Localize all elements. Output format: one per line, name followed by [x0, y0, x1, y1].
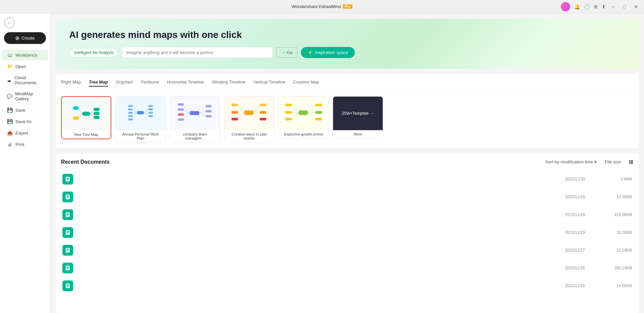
- card-creative-events[interactable]: Creative ways to plan events: [224, 96, 274, 143]
- sidebar-item-gallery[interactable]: 💬 MindMap Gallery: [2, 89, 48, 104]
- svg-line-51: [254, 113, 260, 119]
- template-section: Right Map Tree Map Orgchart Fishbone Hor…: [56, 74, 639, 148]
- card-annual-work-plan[interactable]: Annual Personal Work Plan: [115, 96, 166, 143]
- recent-row[interactable]: 2023/11/29 10.28KB: [61, 224, 633, 242]
- svg-rect-6: [73, 106, 79, 110]
- minimize-button[interactable]: ─: [610, 3, 617, 10]
- svg-rect-26: [148, 105, 153, 107]
- sort-control[interactable]: Sort by modification time ▾: [545, 159, 597, 164]
- svg-rect-23: [128, 112, 133, 114]
- svg-rect-9: [94, 112, 100, 115]
- grid-view-icon: ⊞: [629, 159, 633, 165]
- tab-winding-timeline[interactable]: Winding Timeline: [212, 80, 245, 87]
- doc-size-3: 319.56KB: [598, 212, 632, 217]
- avatar[interactable]: [561, 2, 570, 11]
- go-button[interactable]: → Go: [276, 47, 298, 58]
- sidebar-item-export[interactable]: 📤 Export: [2, 127, 48, 138]
- sidebar-item-save[interactable]: 💾 Save: [2, 105, 48, 115]
- card-more[interactable]: 25W+Template → More: [333, 96, 383, 139]
- sidebar-item-open[interactable]: 📁 Open: [2, 61, 48, 72]
- card-label-new-tree-map: New Tree Map: [62, 131, 111, 139]
- close-button[interactable]: ✕: [632, 3, 640, 10]
- app-title: Wondershare EdrawMind Pro: [291, 4, 352, 9]
- card-company-team[interactable]: company team managem...: [170, 96, 220, 143]
- doc-date-6: 2023/11/26: [531, 266, 585, 270]
- pro-badge: Pro: [343, 4, 353, 9]
- sidebar: ← ⊕ Create 🗂 Workbench 📁 Open ☁ Cloud Do…: [0, 13, 50, 313]
- recent-row[interactable]: 2023/11/30 2.68M: [61, 170, 633, 188]
- svg-rect-90: [66, 251, 68, 251]
- svg-rect-24: [128, 115, 133, 117]
- card-label-explosive: Explosive growth.emmx: [279, 130, 328, 138]
- svg-rect-22: [128, 108, 133, 110]
- tab-tree-map[interactable]: Tree Map: [89, 80, 108, 87]
- clock-icon[interactable]: 🕐: [584, 4, 590, 9]
- save-as-icon: 💾: [7, 119, 13, 124]
- card-label-more: More: [333, 130, 383, 138]
- svg-line-18: [144, 110, 149, 113]
- doc-icon-4: [62, 227, 73, 238]
- svg-rect-53: [231, 111, 238, 114]
- tab-orgchart[interactable]: Orgchart: [116, 80, 133, 87]
- doc-date-1: 2023/11/30: [531, 177, 585, 181]
- maximize-button[interactable]: □: [621, 3, 628, 10]
- doc-size-7: 14.55KB: [598, 283, 632, 288]
- sidebar-item-save-as[interactable]: 💾 Save As: [2, 116, 48, 127]
- recent-row[interactable]: 2023/11/26 390.10KB: [61, 259, 633, 277]
- recent-row[interactable]: 2023/11/29 319.56KB: [61, 206, 633, 224]
- grid-icon[interactable]: ⊞: [594, 4, 598, 9]
- recent-row[interactable]: 2023/11/25 14.55KB: [61, 277, 633, 295]
- intelligent-analysis-tag[interactable]: Intelligent file Analysis: [69, 48, 118, 57]
- svg-rect-27: [148, 108, 153, 110]
- tab-right-map[interactable]: Right Map: [61, 80, 81, 87]
- recent-row[interactable]: 2023/11/29 12.38KB: [61, 188, 633, 206]
- svg-rect-56: [260, 111, 266, 114]
- view-toggle[interactable]: ⊞: [629, 159, 633, 165]
- template-tabs: Right Map Tree Map Orgchart Fishbone Hor…: [61, 80, 633, 91]
- export-icon: 📤: [7, 130, 13, 136]
- svg-rect-85: [66, 232, 69, 233]
- tab-creative-map[interactable]: Creative Map: [293, 80, 319, 87]
- svg-rect-52: [231, 104, 238, 106]
- recent-row[interactable]: 2023/11/27 11.18KB: [61, 242, 633, 259]
- card-explosive-growth[interactable]: Explosive growth.emmx: [278, 96, 329, 139]
- svg-rect-86: [66, 233, 68, 233]
- tab-fishbone[interactable]: Fishbone: [141, 80, 159, 87]
- chevron-down-icon: ▾: [594, 159, 597, 164]
- svg-line-12: [132, 107, 137, 113]
- hero-input[interactable]: [122, 47, 273, 58]
- card-thumb-more: 25W+Template →: [333, 97, 383, 130]
- bell-icon[interactable]: 🔔: [574, 4, 580, 9]
- card-thumb-creative: [224, 97, 274, 130]
- tab-horizontal-timeline[interactable]: Horizontal Timeline: [167, 80, 204, 87]
- svg-rect-96: [66, 284, 69, 285]
- inspiration-button[interactable]: ⚡ Inspiration space: [301, 47, 355, 58]
- sidebar-item-workbench[interactable]: 🗂 Workbench: [2, 50, 48, 60]
- tab-vertical-timeline[interactable]: Vertical Timeline: [253, 80, 285, 87]
- doc-size-1: 2.68M: [598, 177, 632, 181]
- svg-rect-77: [66, 197, 69, 197]
- save-icon: 💾: [7, 107, 13, 113]
- svg-rect-11: [137, 111, 144, 114]
- share-icon[interactable]: ⬆: [602, 4, 606, 9]
- sidebar-item-print[interactable]: 🖨 Print: [2, 139, 48, 150]
- folder-icon: 📁: [7, 64, 13, 69]
- back-button[interactable]: ←: [4, 17, 46, 28]
- lightning-icon: ⚡: [308, 50, 313, 55]
- svg-rect-88: [66, 249, 69, 250]
- svg-rect-54: [231, 118, 238, 120]
- svg-rect-78: [66, 197, 68, 198]
- svg-rect-25: [128, 118, 133, 120]
- svg-line-64: [308, 113, 315, 119]
- sidebar-item-cloud[interactable]: ☁ Cloud Documents: [2, 72, 48, 88]
- create-button[interactable]: ⊕ Create: [4, 32, 46, 44]
- card-new-tree-map[interactable]: New Tree Map: [61, 96, 111, 139]
- doc-date-5: 2023/11/27: [531, 248, 585, 253]
- doc-date-2: 2023/11/29: [531, 195, 585, 199]
- svg-rect-7: [73, 116, 79, 120]
- svg-rect-30: [190, 111, 199, 115]
- file-size-label: File size: [605, 159, 621, 164]
- svg-rect-66: [285, 111, 292, 114]
- doc-size-2: 12.38KB: [598, 195, 632, 199]
- svg-rect-68: [315, 104, 322, 106]
